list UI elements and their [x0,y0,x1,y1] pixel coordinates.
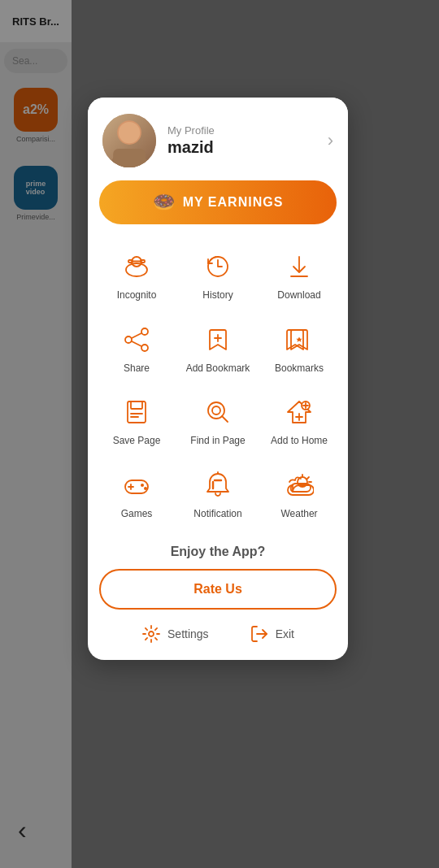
games-icon [119,467,154,503]
menu-label-weather: Weather [280,508,317,521]
svg-point-12 [141,328,148,335]
profile-name: mazid [167,138,323,157]
menu-grid: Incognito History [88,239,348,530]
menu-item-save-page[interactable]: Save Page [96,384,177,458]
menu-item-incognito[interactable]: Incognito [96,239,177,312]
svg-point-25 [212,406,220,414]
profile-row[interactable]: My Profile mazid › [88,98,348,180]
settings-label: Settings [167,627,209,640]
svg-rect-21 [131,401,142,409]
svg-line-15 [132,333,141,338]
menu-label-find-in-page: Find in Page [190,435,245,448]
menu-item-weather[interactable]: Weather [259,458,340,531]
svg-point-41 [149,631,154,636]
share-icon [119,322,154,358]
incognito-icon [119,249,154,284]
history-icon [200,249,236,284]
menu-label-download: Download [277,289,320,302]
exit-icon [250,624,269,644]
svg-marker-19 [296,336,302,342]
popup-menu: My Profile mazid › 🍩 MY EARNINGS Incogni… [88,98,348,660]
exit-item[interactable]: Exit [250,624,294,644]
earnings-label: MY EARNINGS [183,195,284,210]
menu-item-add-to-home[interactable]: Add to Home [259,384,340,458]
svg-point-14 [141,345,148,351]
rate-us-button[interactable]: Rate Us [99,569,337,610]
svg-point-2 [119,122,140,143]
menu-item-bookmarks[interactable]: Bookmarks [259,312,340,385]
settings-item[interactable]: Settings [141,624,209,644]
menu-label-share: Share [124,362,150,375]
svg-rect-3 [113,149,146,167]
svg-point-35 [141,484,144,487]
profile-arrow-icon: › [328,130,333,151]
menu-label-history: History [202,289,233,302]
profile-label: My Profile [167,124,323,137]
download-icon [281,249,317,284]
menu-label-add-to-home: Add to Home [271,435,328,448]
menu-item-add-bookmark[interactable]: Add Bookmark [177,312,259,385]
add-to-home-icon [281,394,317,430]
earnings-button[interactable]: 🍩 MY EARNINGS [99,180,337,224]
add-bookmark-icon [200,322,236,358]
save-page-icon [119,394,154,430]
menu-label-incognito: Incognito [117,289,157,302]
avatar [102,114,156,167]
earnings-icon: 🍩 [153,192,175,213]
menu-label-save-page: Save Page [113,435,161,448]
weather-icon [281,467,317,503]
svg-line-26 [222,416,228,422]
menu-item-games[interactable]: Games [96,458,177,531]
profile-info: My Profile mazid [167,124,323,157]
notification-icon [200,467,236,503]
menu-label-games: Games [121,508,153,521]
bookmarks-icon [281,322,317,358]
avatar-image [102,114,156,167]
exit-label: Exit [276,627,294,640]
menu-label-notification: Notification [193,508,241,521]
menu-item-history[interactable]: History [177,239,259,312]
menu-label-bookmarks: Bookmarks [275,362,324,375]
svg-point-36 [144,487,147,490]
enjoy-section: Enjoy the App? Rate Us [88,538,348,621]
enjoy-text: Enjoy the App? [99,545,337,559]
menu-item-share[interactable]: Share [96,312,177,385]
menu-item-notification[interactable]: Notification [177,458,259,531]
menu-item-download[interactable]: Download [259,239,340,312]
bottom-bar: Settings Exit [88,621,348,644]
menu-label-add-bookmark: Add Bookmark [186,362,250,375]
menu-item-find-in-page[interactable]: Find in Page [177,384,259,458]
svg-point-13 [125,336,132,343]
find-in-page-icon [200,394,236,430]
svg-point-4 [126,263,147,276]
settings-icon [141,624,161,644]
svg-line-16 [132,341,141,346]
